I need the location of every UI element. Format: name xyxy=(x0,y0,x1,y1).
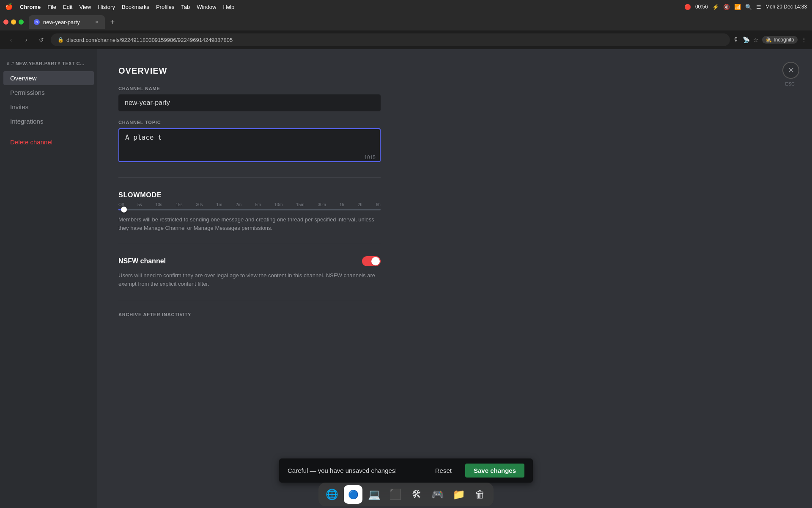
address-bar: ‹ › ↺ 🔒 discord.com/channels/92249118030… xyxy=(0,30,812,49)
refresh-button[interactable]: ↺ xyxy=(36,34,47,46)
slowmode-mark-1h: 1h xyxy=(340,202,344,207)
slowmode-mark-6h: 6h xyxy=(376,202,381,207)
slowmode-slider-thumb[interactable] xyxy=(121,207,127,213)
menu-tab[interactable]: Tab xyxy=(181,4,190,10)
tab-favicon: D xyxy=(34,19,40,25)
incognito-badge: 🕵 Incognito xyxy=(762,36,798,44)
channel-header-text: # NEW-YEAR-PARTY TEXT C... xyxy=(11,61,85,66)
nsfw-toggle[interactable] xyxy=(362,256,381,266)
maximize-window-button[interactable] xyxy=(19,19,24,25)
sidebar: # # NEW-YEAR-PARTY TEXT C... Overview Pe… xyxy=(0,49,97,508)
menu-window[interactable]: Window xyxy=(197,4,216,10)
slowmode-labels: Off 5s 10s 15s 30s 1m 2m 5m 10m 15m 30m … xyxy=(118,202,381,207)
menu-edit[interactable]: Edit xyxy=(63,4,72,10)
dock-iterm[interactable]: ⬛ xyxy=(386,485,405,504)
dock-files[interactable]: 📁 xyxy=(450,485,468,504)
wifi-icon: 📶 xyxy=(734,4,741,10)
tab-close-button[interactable]: ✕ xyxy=(93,19,100,25)
unsaved-message: Careful — you have unsaved changes! xyxy=(288,467,422,474)
forward-button[interactable]: › xyxy=(20,34,32,46)
slowmode-mark-2m: 2m xyxy=(236,202,241,207)
archive-label: ARCHIVE AFTER INACTIVITY xyxy=(118,312,791,317)
dock-trash[interactable]: 🗑 xyxy=(471,485,489,504)
channel-topic-wrapper: A place t 1015 xyxy=(118,128,381,164)
battery-time: 00:56 xyxy=(695,4,708,10)
dock-chrome[interactable]: 🔵 xyxy=(344,485,362,504)
url-text: discord.com/channels/922491180309159986/… xyxy=(66,37,233,43)
channel-topic-input[interactable]: A place t xyxy=(118,128,381,162)
divider-1 xyxy=(118,177,381,178)
dock-discord[interactable]: 🎮 xyxy=(428,485,447,504)
minimize-window-button[interactable] xyxy=(11,19,16,25)
lock-icon: 🔒 xyxy=(58,37,64,43)
slowmode-mark-15m: 15m xyxy=(296,202,304,207)
sidebar-item-integrations[interactable]: Integrations xyxy=(3,114,94,128)
channel-name-label: CHANNEL NAME xyxy=(118,86,791,91)
search-icon[interactable]: 🔍 xyxy=(745,4,752,10)
slowmode-mark-2h: 2h xyxy=(358,202,362,207)
menu-bar: 🍎 Chrome File Edit View History Bookmark… xyxy=(0,0,812,14)
battery-icon: 🔴 xyxy=(684,4,691,10)
control-center-icon[interactable]: ☰ xyxy=(756,4,761,10)
divider-3 xyxy=(118,300,381,300)
char-count: 1015 xyxy=(364,155,376,160)
content-area: ✕ ESC OVERVIEW CHANNEL NAME CHANNEL TOPI… xyxy=(97,49,812,508)
slowmode-mark-30m: 30m xyxy=(318,202,326,207)
channel-name-input[interactable] xyxy=(118,94,381,111)
menu-chrome[interactable]: Chrome xyxy=(20,4,41,10)
sidebar-item-overview[interactable]: Overview xyxy=(3,71,94,85)
esc-label: ESC xyxy=(785,81,795,86)
sidebar-item-permissions[interactable]: Permissions xyxy=(3,86,94,99)
more-options-icon[interactable]: ⋮ xyxy=(801,36,807,43)
slowmode-slider-track xyxy=(118,209,381,210)
divider-2 xyxy=(118,244,381,244)
menu-view[interactable]: View xyxy=(79,4,91,10)
close-button[interactable]: ✕ xyxy=(782,62,799,79)
tab-title: new-year-party xyxy=(43,19,80,25)
apple-icon[interactable]: 🍎 xyxy=(5,3,13,11)
slowmode-slider-container xyxy=(118,209,381,210)
nsfw-description: Users will need to confirm they are over… xyxy=(118,271,381,288)
channel-topic-label: CHANNEL TOPIC xyxy=(118,120,791,125)
menu-profiles[interactable]: Profiles xyxy=(156,4,174,10)
slowmode-mark-15s: 15s xyxy=(176,202,182,207)
close-window-button[interactable] xyxy=(3,19,8,25)
tab-bar: D new-year-party ✕ + xyxy=(0,14,812,30)
slowmode-mark-30s: 30s xyxy=(196,202,203,207)
microphone-icon[interactable]: 🎙 xyxy=(733,36,739,43)
reset-button[interactable]: Reset xyxy=(430,464,457,477)
menu-file[interactable]: File xyxy=(47,4,56,10)
menu-help[interactable]: Help xyxy=(223,4,235,10)
unsaved-changes-bar: Careful — you have unsaved changes! Rese… xyxy=(279,458,533,483)
incognito-icon: 🕵 xyxy=(765,37,772,43)
menu-time: Mon 20 Dec 14:33 xyxy=(765,4,807,10)
dock-devtools[interactable]: 🛠 xyxy=(407,485,426,504)
dock-vscode[interactable]: 💻 xyxy=(365,485,384,504)
slowmode-mark-1m: 1m xyxy=(216,202,222,207)
address-input[interactable]: 🔒 discord.com/channels/92249118030915998… xyxy=(51,33,730,46)
toggle-knob xyxy=(371,257,380,265)
back-button[interactable]: ‹ xyxy=(5,34,17,46)
slowmode-title: SLOWMODE xyxy=(118,191,791,199)
nsfw-title: NSFW channel xyxy=(118,257,166,265)
cast-icon[interactable]: 📡 xyxy=(743,36,750,43)
bookmark-icon[interactable]: ☆ xyxy=(753,36,759,43)
dock-finder[interactable]: 🌐 xyxy=(323,485,341,504)
save-changes-button[interactable]: Save changes xyxy=(465,464,524,478)
nsfw-row: NSFW channel xyxy=(118,256,381,266)
menu-history[interactable]: History xyxy=(98,4,115,10)
browser-tab[interactable]: D new-year-party ✕ xyxy=(29,15,105,29)
menu-bookmarks[interactable]: Bookmarks xyxy=(122,4,149,10)
slowmode-mark-5m: 5m xyxy=(255,202,261,207)
mute-icon: 🔇 xyxy=(723,4,730,10)
slowmode-mark-10s: 10s xyxy=(155,202,162,207)
traffic-lights xyxy=(3,19,24,25)
incognito-label: Incognito xyxy=(774,37,794,43)
channel-header: # # NEW-YEAR-PARTY TEXT C... xyxy=(0,58,97,69)
sidebar-item-invites[interactable]: Invites xyxy=(3,100,94,114)
main-layout: # # NEW-YEAR-PARTY TEXT C... Overview Pe… xyxy=(0,49,812,508)
hash-icon: # xyxy=(7,61,10,66)
delete-channel-button[interactable]: Delete channel xyxy=(3,135,94,149)
dock: 🌐 🔵 💻 ⬛ 🛠 🎮 📁 🗑 xyxy=(318,483,494,506)
new-tab-button[interactable]: + xyxy=(107,16,118,28)
